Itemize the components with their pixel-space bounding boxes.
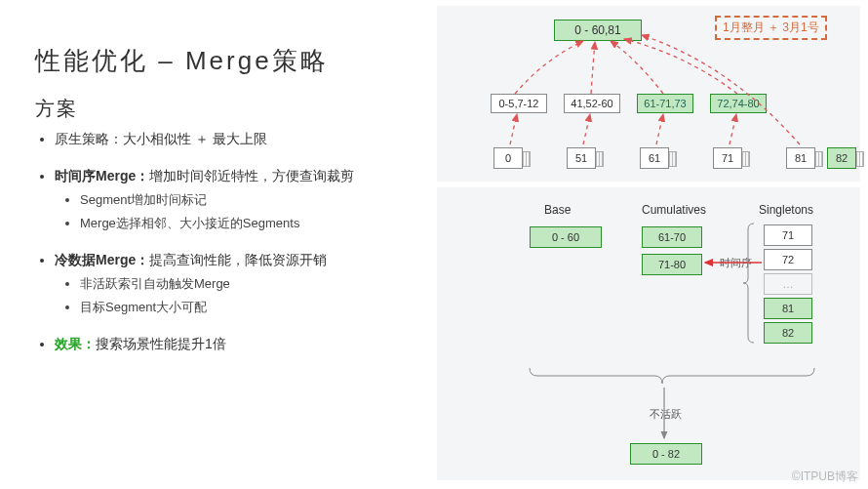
bullet-effect-item: 效果：搜索场景性能提升1倍 (55, 333, 429, 354)
bullet-cold: 冷数据Merge：提高查询性能，降低资源开销 非活跃索引自动触发Merge 目标… (35, 249, 429, 317)
sub-item: Segment增加时间标记 (80, 190, 429, 211)
base-seg: 0 - 60 (530, 226, 602, 248)
leaf-node: 71 (713, 147, 742, 169)
sub-item: 目标Segment大小可配 (80, 298, 429, 318)
sub-item: 非活跃索引自动触发Merge (80, 274, 429, 295)
time-series-diagram: Base Cumulatives Singletons 0 - 60 61-70… (437, 187, 860, 480)
leaf-node: 0 (493, 147, 523, 169)
date-tag: 1月整月 ＋ 3月1号 (715, 16, 827, 40)
leaf-node: 51 (567, 147, 596, 169)
bullet-native: 原生策略：大小相似性 ＋ 最大上限 (55, 128, 429, 149)
leaf-node: 82 (827, 147, 856, 169)
bullet-effect: 效果：搜索场景性能提升1倍 (35, 333, 429, 354)
col-base: Base (544, 203, 571, 217)
single-seg: 82 (764, 322, 812, 344)
leaf-node: 61 (640, 147, 669, 169)
watermark: ©ITPUB博客 (792, 469, 858, 485)
mid-node: 61-71,73 (637, 94, 693, 113)
single-seg: 71 (764, 224, 812, 246)
root-node: 0 - 60,81 (554, 20, 642, 41)
single-seg: 72 (764, 249, 812, 270)
sub-item: Merge选择相邻、大小接近的Segments (80, 214, 429, 234)
bullet-list: 原生策略：大小相似性 ＋ 最大上限 (35, 128, 429, 149)
bullet-time: 时间序Merge：增加时间邻近特性，方便查询裁剪 Segment增加时间标记 M… (35, 165, 429, 233)
merge-tree-diagram: 0 - 60,81 1月整月 ＋ 3月1号 0-5,7-12 41,52-60 … (437, 6, 860, 182)
time-note: 时间序 (720, 256, 752, 270)
mid-node: 0-5,7-12 (491, 94, 547, 113)
cum-seg: 71-80 (642, 254, 702, 275)
slide-title: 性能优化 – Merge策略 (35, 44, 429, 78)
mid-node: 72,74-80 (710, 94, 767, 113)
col-cumulatives: Cumulatives (642, 203, 706, 217)
inactive-note: 不活跃 (650, 407, 682, 422)
single-seg: 81 (764, 298, 812, 319)
single-gap: … (764, 273, 812, 295)
cum-seg: 61-70 (642, 226, 702, 248)
bullet-time-item: 时间序Merge：增加时间邻近特性，方便查询裁剪 Segment增加时间标记 M… (55, 165, 429, 233)
col-singletons: Singletons (759, 203, 813, 217)
section-title: 方案 (35, 96, 429, 122)
text-panel: 性能优化 – Merge策略 方案 原生策略：大小相似性 ＋ 最大上限 时间序M… (0, 0, 429, 371)
mid-node: 41,52-60 (564, 94, 620, 113)
leaf-node: 81 (786, 147, 815, 169)
bullet-cold-item: 冷数据Merge：提高查询性能，降低资源开销 非活跃索引自动触发Merge 目标… (55, 249, 429, 317)
final-seg: 0 - 82 (630, 443, 702, 465)
